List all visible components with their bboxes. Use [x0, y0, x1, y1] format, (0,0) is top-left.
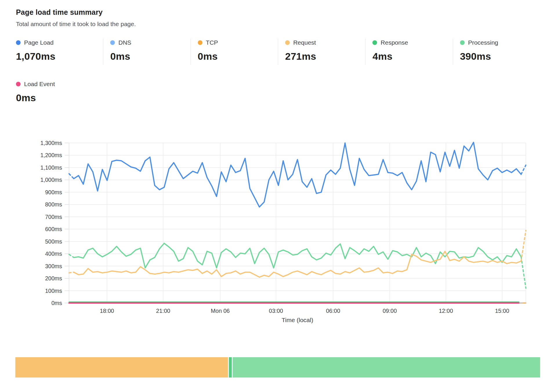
x-tick-label: Mon 06: [211, 308, 230, 314]
metric-value: 271ms: [285, 51, 365, 62]
processing-dot-icon: [460, 40, 465, 45]
series-line-processing-dash-end: [521, 257, 526, 288]
page-title: Page load time summary: [16, 8, 540, 17]
x-tick-label: 12:00: [439, 308, 453, 314]
y-tick-label: 800ms: [45, 201, 62, 208]
y-tick-label: 700ms: [45, 214, 62, 220]
metric-request: Request 271ms: [278, 39, 365, 65]
response-dot-icon: [372, 40, 377, 45]
bar-processing-segment[interactable]: [233, 357, 540, 378]
x-tick-label: 15:00: [495, 308, 509, 314]
metrics-row: Page Load 1,070ms DNS 0ms TCP 0ms Reques…: [16, 39, 540, 65]
bar-request-segment[interactable]: [15, 357, 228, 378]
metric-dns: DNS 0ms: [103, 39, 190, 65]
x-axis-title: Time (local): [282, 317, 313, 323]
metric-response: Response 4ms: [365, 39, 452, 65]
x-tick-label: 18:00: [100, 308, 114, 314]
metric-value: 0ms: [16, 92, 107, 104]
x-tick-label: 21:00: [156, 308, 170, 314]
metric-label: Request: [293, 39, 316, 46]
y-tick-label: 100ms: [45, 288, 62, 294]
y-tick-label: 1,300ms: [40, 141, 62, 146]
series-line-page-load-dash-start: [69, 174, 74, 179]
y-tick-label: 0ms: [51, 300, 62, 306]
metric-tcp: TCP 0ms: [191, 39, 278, 65]
bar-response-segment[interactable]: [229, 357, 232, 378]
request-dot-icon: [285, 40, 290, 45]
series-line-processing-dash-start: [69, 254, 74, 257]
y-tick-label: 200ms: [45, 275, 62, 282]
metric-label: TCP: [206, 39, 218, 46]
metric-processing: Processing 390ms: [453, 39, 540, 65]
metric-label: DNS: [118, 39, 131, 46]
tcp-dot-icon: [198, 40, 202, 45]
y-tick-label: 500ms: [45, 238, 62, 245]
y-tick-label: 400ms: [45, 251, 62, 257]
series-line-page-load-dash-end: [521, 165, 526, 174]
dns-dot-icon: [110, 40, 115, 45]
page-load-summary-panel: Page load time summary Total amount of t…: [0, 0, 554, 333]
x-tick-label: 09:00: [383, 308, 397, 314]
metric-label: Processing: [468, 39, 498, 46]
metric-value: 0ms: [198, 51, 278, 62]
time-share-bar[interactable]: [15, 357, 540, 378]
metric-value: 390ms: [460, 51, 540, 62]
metric-load-event: Load Event 0ms: [16, 80, 107, 106]
metric-page-load: Page Load 1,070ms: [16, 39, 103, 65]
y-tick-label: 900ms: [45, 189, 62, 195]
page-subtitle: Total amount of time it took to load the…: [16, 21, 540, 28]
page-load-dot-icon: [16, 40, 21, 45]
y-tick-label: 1,000ms: [40, 177, 62, 183]
metrics-row-2: Load Event 0ms: [16, 80, 540, 106]
x-tick-label: 03:00: [269, 308, 283, 314]
series-line-request-dash-start: [69, 272, 74, 273]
y-tick-label: 600ms: [45, 226, 62, 232]
load-event-dot-icon: [16, 82, 21, 86]
metric-value: 4ms: [372, 51, 452, 62]
y-tick-label: 1,200ms: [40, 152, 62, 158]
x-tick-label: 06:00: [326, 308, 340, 314]
y-tick-label: 1,100ms: [40, 164, 62, 171]
metric-label: Page Load: [24, 39, 54, 46]
metric-label: Load Event: [24, 81, 55, 88]
series-line-processing: [74, 243, 521, 268]
chart-area: 0ms100ms200ms300ms400ms500ms600ms700ms80…: [16, 141, 540, 333]
load-time-chart: 0ms100ms200ms300ms400ms500ms600ms700ms80…: [16, 141, 538, 332]
series-line-request-dash-end: [521, 230, 526, 261]
metric-value: 0ms: [110, 51, 190, 62]
metric-label: Response: [381, 39, 408, 46]
series-line-request: [74, 251, 521, 277]
series-line-page-load: [74, 142, 521, 207]
metric-value: 1,070ms: [16, 51, 103, 62]
y-tick-label: 300ms: [45, 263, 62, 269]
